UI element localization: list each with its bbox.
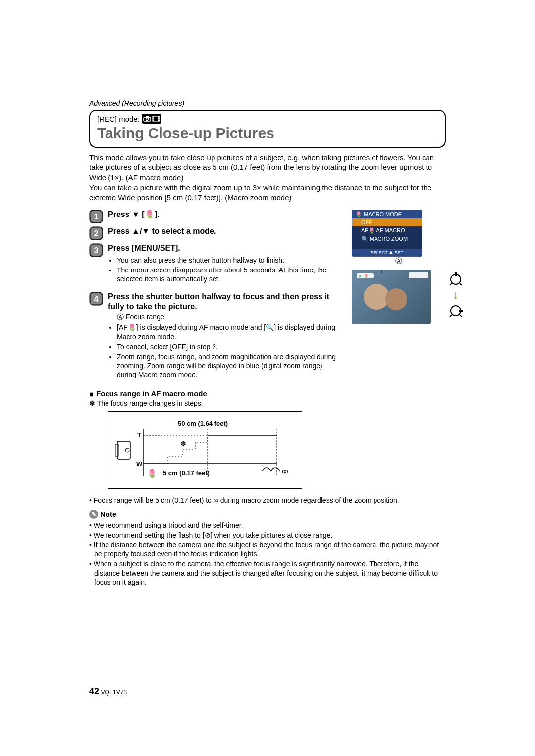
page-title: Taking Close-up Pictures — [97, 125, 438, 142]
step-4-bullet-1: [AF🌷] is displayed during AF macro mode … — [117, 323, 342, 341]
note-4: • When a subject is close to the camera,… — [89, 559, 446, 587]
step-number-2-icon: 2 — [89, 226, 103, 240]
macro-menu-title: 🌷 MACRO MODE — [352, 210, 422, 218]
intro-p2: You can take a picture with the digital … — [89, 183, 446, 203]
note-label: Note — [100, 510, 116, 518]
step-number-1-icon: 1 — [89, 210, 103, 223]
step-3-bullet-1: You can also press the shutter button ha… — [117, 256, 342, 265]
step-1-title: Press ▼ [🌷]. — [108, 210, 342, 220]
svg-text:2: 2 — [94, 229, 99, 238]
macro-menu-item-zoom: 🔍 MACRO ZOOM — [352, 235, 422, 243]
step-1: 1 Press ▼ [🌷]. — [89, 210, 342, 223]
svg-rect-5 — [158, 116, 160, 121]
page-number: 42 — [89, 686, 99, 696]
indicator-a-label: Ⓐ — [352, 257, 446, 266]
macro-menu-footer: SELECT ⯅ SET — [352, 249, 422, 256]
step-4-title: Press the shutter button halfway to focu… — [108, 292, 342, 313]
macro-menu-item-af: AF🌷 AF MACRO — [352, 226, 422, 235]
step-4-bullet-3: Zoom range, focus range, and zoom magnif… — [117, 352, 342, 379]
focus-range-diagram: T W ✽ 50 cm (1.64 feet) 5 cm — [108, 411, 302, 489]
step-4-bullet-2: To cancel, select [OFF] in step 2. — [117, 342, 342, 351]
zoom-lever-icons: ↓ — [449, 272, 463, 317]
manual-page: Advanced (Recording pictures) [REC] mode… — [0, 0, 535, 756]
svg-rect-22 — [115, 444, 118, 456]
svg-point-21 — [125, 448, 129, 452]
note-3: • If the distance between the camera and… — [89, 540, 446, 558]
diagram-50cm-label: 50 cm (1.64 feet) — [178, 420, 228, 427]
svg-text:∞: ∞ — [282, 466, 288, 476]
camera-mode-icon — [142, 114, 161, 124]
svg-text:🌷: 🌷 — [147, 469, 157, 478]
focus-range-note: ✽ The focus range changes in steps. — [89, 399, 342, 407]
intro-p1: This mode allows you to take close-up pi… — [89, 153, 446, 183]
page-footer: 42 VQT1V73 — [89, 686, 127, 697]
notes-list: • We recommend using a tripod and the se… — [89, 521, 446, 587]
zoom-arrow-icon: ↓ — [453, 291, 459, 298]
rec-mode-label: [REC] mode: — [97, 115, 140, 123]
svg-rect-2 — [146, 116, 149, 118]
step-3-bullet-2: The menu screen disappears after about 5… — [117, 266, 342, 283]
pencil-note-icon: ✎ — [89, 510, 98, 519]
note-heading: ✎ Note — [89, 510, 446, 519]
title-box: [REC] mode: Taking Close-up Pictures — [89, 110, 446, 148]
note-2: • We recommend setting the flash to [⊘] … — [89, 531, 446, 540]
focus-range-heading: ∎ Focus range in AF macro mode — [89, 389, 342, 398]
step-2: 2 Press ▲/▼ to select a mode. — [89, 226, 342, 240]
intro-text: This mode allows you to take close-up pi… — [89, 153, 446, 203]
svg-text:W: W — [136, 460, 143, 468]
macro-mode-menu: 🌷 MACRO MODE OFF AF🌷 AF MACRO 🔍 MACRO ZO… — [352, 210, 422, 257]
svg-rect-43 — [459, 310, 463, 312]
svg-text:T: T — [137, 432, 141, 439]
section-header: Advanced (Recording pictures) — [89, 99, 446, 107]
step-3-title: Press [MENU/SET]. — [108, 243, 342, 254]
svg-rect-39 — [409, 272, 428, 278]
doc-code: VQT1V73 — [101, 689, 127, 696]
note-1: • We recommend using a tripod and the se… — [89, 521, 446, 530]
rec-mode-line: [REC] mode: — [97, 114, 438, 124]
after-diagram-note: • Focus range will be 5 cm (0.17 feet) t… — [89, 496, 446, 505]
lcd-preview-image: AF🌷 — [352, 270, 431, 324]
svg-point-34 — [364, 284, 389, 310]
zoom-lever-top-icon — [449, 272, 463, 286]
step-2-title: Press ▲/▼ to select a mode. — [108, 226, 342, 237]
svg-rect-4 — [153, 116, 154, 121]
svg-text:3: 3 — [94, 246, 99, 255]
svg-text:1: 1 — [94, 213, 99, 221]
svg-text:AF🌷: AF🌷 — [359, 273, 369, 278]
zoom-lever-bottom-icon — [449, 304, 463, 318]
svg-point-35 — [385, 288, 407, 310]
step-number-4-icon: 4 — [89, 292, 103, 306]
step-4-focus-range: Ⓐ Focus range — [117, 312, 342, 321]
svg-rect-20 — [117, 441, 130, 459]
step-3: 3 Press [MENU/SET]. You can also press t… — [89, 243, 342, 288]
svg-rect-41 — [455, 272, 457, 276]
macro-menu-item-off: OFF — [352, 218, 422, 226]
step-4: 4 Press the shutter button halfway to fo… — [89, 292, 342, 384]
svg-text:4: 4 — [94, 295, 99, 303]
diagram-5cm-label: 5 cm (0.17 feet) — [163, 469, 210, 477]
svg-point-1 — [146, 118, 148, 121]
svg-text:✽: ✽ — [180, 440, 186, 448]
step-number-3-icon: 3 — [89, 243, 103, 257]
